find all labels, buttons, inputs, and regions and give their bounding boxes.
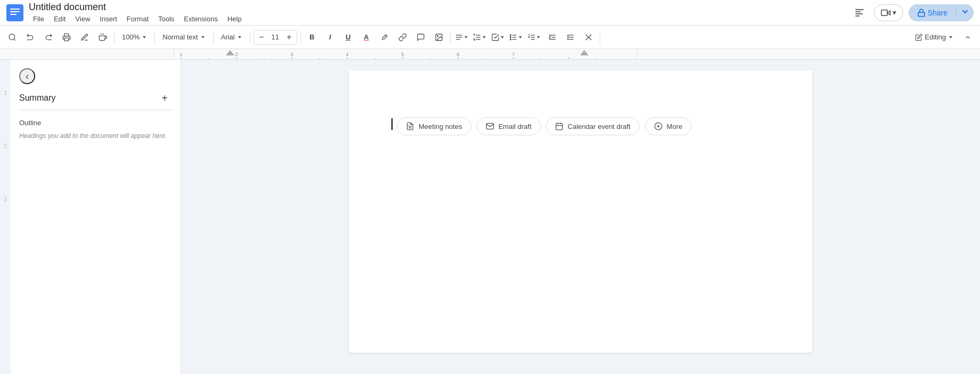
- title-area: Untitled document File Edit View Insert …: [29, 2, 851, 24]
- doc-title[interactable]: Untitled document: [29, 2, 851, 13]
- svg-text:2: 2: [235, 52, 238, 57]
- text-cursor: [391, 118, 393, 130]
- underline-button[interactable]: U: [340, 29, 356, 45]
- summary-add-button[interactable]: +: [157, 91, 172, 105]
- line-num-2: 2: [4, 142, 7, 196]
- layout-icon[interactable]: [851, 4, 869, 22]
- bold-button[interactable]: B: [304, 29, 320, 45]
- zoom-dropdown[interactable]: 100%: [118, 29, 151, 45]
- toolbar-divider-6: [450, 31, 451, 43]
- italic-button[interactable]: I: [322, 29, 338, 45]
- svg-rect-11: [64, 38, 69, 40]
- share-button[interactable]: Share: [909, 4, 956, 21]
- style-dropdown[interactable]: Normal text: [158, 29, 209, 45]
- menu-help[interactable]: Help: [223, 14, 246, 24]
- sidebar-divider: [19, 110, 172, 110]
- editing-mode-dropdown[interactable]: Editing: [911, 31, 958, 43]
- comment-button[interactable]: [413, 29, 429, 45]
- svg-text:5: 5: [401, 52, 404, 57]
- svg-point-27: [510, 35, 511, 36]
- chip-more[interactable]: More: [645, 117, 692, 135]
- summary-title: Summary: [19, 93, 55, 103]
- line-num-3: 3: [4, 196, 7, 249]
- chip-calendar-event[interactable]: Calendar event draft: [546, 117, 640, 135]
- menu-edit[interactable]: Edit: [50, 14, 70, 24]
- editing-label: Editing: [925, 33, 946, 41]
- svg-point-10: [9, 34, 15, 40]
- chip-more-icon: [654, 122, 663, 131]
- align-button[interactable]: [454, 29, 470, 45]
- search-button[interactable]: [4, 29, 20, 45]
- menu-tools[interactable]: Tools: [154, 14, 178, 24]
- chip-meeting-notes-label: Meeting notes: [419, 123, 462, 131]
- collapse-toolbar-button[interactable]: [960, 29, 976, 45]
- sidebar-back-button[interactable]: ‹: [19, 68, 35, 84]
- checklist-button[interactable]: [490, 29, 506, 45]
- app-logo: [6, 4, 23, 21]
- svg-rect-2: [10, 11, 20, 12]
- paint-format-button[interactable]: [95, 29, 111, 45]
- font-size-decrease[interactable]: −: [256, 32, 267, 43]
- doc-area[interactable]: Meeting notes Email draft: [181, 60, 980, 374]
- svg-rect-8: [881, 10, 887, 15]
- svg-rect-6: [855, 13, 863, 14]
- svg-line-15: [385, 35, 386, 37]
- menu-file[interactable]: File: [29, 14, 48, 24]
- toolbar: 100% Normal text Arial − + B I U A: [0, 26, 980, 49]
- spellcheck-button[interactable]: [77, 29, 93, 45]
- font-size-increase[interactable]: +: [284, 32, 295, 43]
- menu-bar: File Edit View Insert Format Tools Exten…: [29, 14, 851, 24]
- undo-button[interactable]: [22, 29, 38, 45]
- font-dropdown[interactable]: Arial: [217, 29, 247, 45]
- svg-point-29: [510, 39, 511, 40]
- clear-formatting-button[interactable]: [581, 29, 597, 45]
- chip-more-label: More: [667, 123, 683, 131]
- indent-decrease-button[interactable]: [544, 29, 560, 45]
- font-size-control: − +: [254, 30, 297, 45]
- svg-rect-41: [0, 49, 980, 60]
- chip-email-icon: [486, 122, 494, 131]
- cursor-line-area: Meeting notes Email draft: [391, 113, 770, 135]
- title-right: ▾ Share: [851, 4, 974, 22]
- svg-rect-9: [918, 12, 925, 16]
- toolbar-divider-5: [300, 31, 301, 43]
- line-spacing-button[interactable]: [472, 29, 488, 45]
- toolbar-divider-2: [154, 31, 155, 43]
- line-num-1: 1: [4, 89, 7, 142]
- main-layout: 1 2 3 ‹ Summary + Outline Headings you a…: [0, 60, 980, 374]
- numbered-list-button[interactable]: [526, 29, 542, 45]
- svg-rect-7: [855, 15, 860, 17]
- share-label: Share: [928, 9, 948, 17]
- menu-extensions[interactable]: Extensions: [179, 14, 222, 24]
- svg-point-28: [510, 37, 511, 38]
- print-button[interactable]: [59, 29, 75, 45]
- svg-text:4: 4: [346, 52, 348, 57]
- svg-text:1: 1: [179, 52, 182, 57]
- summary-header: Summary +: [19, 91, 172, 105]
- svg-rect-1: [10, 9, 20, 10]
- toolbar-divider-7: [600, 31, 600, 43]
- highlight-button[interactable]: [377, 29, 393, 45]
- link-button[interactable]: [395, 29, 411, 45]
- svg-text:7: 7: [512, 52, 514, 57]
- share-arrow-button[interactable]: [957, 4, 974, 21]
- redo-button[interactable]: [40, 29, 56, 45]
- menu-view[interactable]: View: [71, 14, 94, 24]
- document-page[interactable]: Meeting notes Email draft: [349, 70, 812, 353]
- ai-chips-container: Meeting notes Email draft: [397, 117, 691, 135]
- bullets-button[interactable]: [508, 29, 524, 45]
- camera-button[interactable]: ▾: [874, 4, 903, 21]
- toolbar-divider-3: [213, 31, 214, 43]
- chip-meeting-notes[interactable]: Meeting notes: [397, 117, 471, 135]
- font-size-input[interactable]: [268, 33, 283, 41]
- text-color-button[interactable]: A: [358, 29, 374, 45]
- line-number-bar: 1 2 3: [0, 60, 11, 374]
- image-button[interactable]: [431, 29, 447, 45]
- svg-rect-0: [6, 4, 23, 21]
- svg-text:3: 3: [290, 52, 293, 57]
- indent-increase-button[interactable]: [562, 29, 578, 45]
- chip-email-draft[interactable]: Email draft: [477, 117, 541, 135]
- zoom-value: 100%: [122, 33, 140, 41]
- menu-format[interactable]: Format: [123, 14, 153, 24]
- menu-insert[interactable]: Insert: [95, 14, 121, 24]
